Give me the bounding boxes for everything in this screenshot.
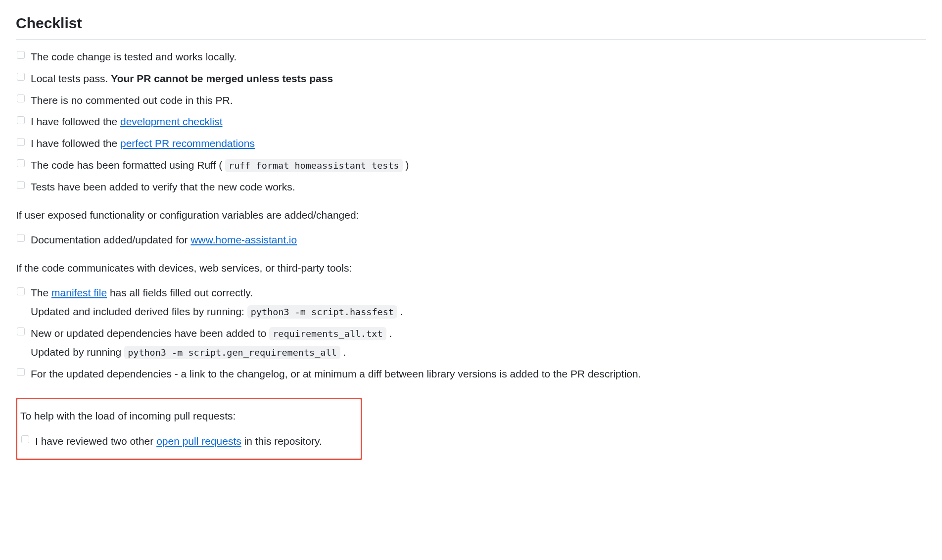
checklist-item: The code has been formatted using Ruff (… (31, 156, 926, 175)
checkbox-icon[interactable] (17, 138, 25, 146)
checkbox-icon[interactable] (17, 368, 25, 376)
checklist-item: New or updated dependencies have been ad… (31, 324, 926, 362)
checkbox-icon[interactable] (17, 116, 25, 124)
checkbox-icon[interactable] (17, 159, 25, 167)
item-text: There is no commented out code in this P… (31, 94, 233, 106)
checklist-item: I have followed the perfect PR recommend… (31, 134, 926, 153)
item-text: For the updated dependencies - a link to… (31, 368, 641, 379)
item-text: I have followed the (31, 116, 120, 127)
checkbox-icon[interactable] (21, 435, 29, 443)
section-pr-load: To help with the load of incoming pull r… (20, 408, 358, 424)
checklist-item: For the updated dependencies - a link to… (31, 365, 926, 383)
item-text: Local tests pass. (31, 73, 111, 84)
item-text: . (397, 306, 403, 317)
home-assistant-io-link[interactable]: www.home-assistant.io (190, 234, 297, 245)
open-pull-requests-link[interactable]: open pull requests (156, 435, 241, 447)
ruff-format-code: ruff format homeassistant tests (225, 159, 403, 172)
item-text: Documentation added/updated for (31, 234, 190, 245)
development-checklist-link[interactable]: development checklist (120, 116, 223, 127)
item-text: in this repository. (241, 435, 322, 447)
gen-requirements-code: python3 -m script.gen_requirements_all (124, 346, 340, 359)
checklist-item: The manifest file has all fields filled … (31, 283, 926, 321)
item-text: I have followed the (31, 138, 120, 149)
checkbox-icon[interactable] (17, 327, 25, 335)
item-text: ) (403, 159, 409, 171)
item-text: . (340, 346, 346, 358)
section-user-exposed: If user exposed functionality or configu… (16, 207, 926, 223)
checkbox-icon[interactable] (17, 234, 25, 242)
checklist-group-1: The code change is tested and works loca… (16, 47, 926, 196)
item-text: The code change is tested and works loca… (31, 51, 236, 62)
checklist-heading: Checklist (16, 12, 926, 40)
item-text: has all fields filled out correctly. (107, 287, 253, 298)
checklist-item: Local tests pass. Your PR cannot be merg… (31, 69, 926, 88)
checklist-item: There is no commented out code in this P… (31, 91, 926, 110)
highlight-box: To help with the load of incoming pull r… (16, 398, 362, 460)
checkbox-icon[interactable] (17, 94, 25, 102)
item-text: Updated by running (31, 346, 124, 358)
manifest-file-link[interactable]: manifest file (51, 287, 107, 298)
checklist-item: Tests have been added to verify that the… (31, 178, 926, 196)
item-text: The (31, 287, 51, 298)
checkbox-icon[interactable] (17, 51, 25, 59)
item-text: Updated and included derived files by ru… (31, 306, 247, 317)
checkbox-icon[interactable] (17, 181, 25, 189)
checklist-group-2: Documentation added/updated for www.home… (16, 231, 926, 249)
item-text: Tests have been added to verify that the… (31, 181, 295, 192)
checklist-item: I have reviewed two other open pull requ… (35, 432, 358, 451)
checkbox-icon[interactable] (17, 287, 25, 295)
perfect-pr-link[interactable]: perfect PR recommendations (120, 138, 255, 149)
checklist-item: The code change is tested and works loca… (31, 47, 926, 66)
item-text: I have reviewed two other (35, 435, 156, 447)
checklist-item: Documentation added/updated for www.home… (31, 231, 926, 249)
item-text: . (386, 327, 392, 339)
item-strong: Your PR cannot be merged unless tests pa… (111, 73, 333, 84)
section-third-party: If the code communicates with devices, w… (16, 260, 926, 276)
hassfest-code: python3 -m script.hassfest (247, 305, 397, 319)
checklist-group-4: I have reviewed two other open pull requ… (20, 432, 358, 451)
checklist-group-3: The manifest file has all fields filled … (16, 283, 926, 383)
checklist-item: I have followed the development checklis… (31, 112, 926, 131)
item-text: New or updated dependencies have been ad… (31, 327, 269, 339)
requirements-all-code: requirements_all.txt (269, 327, 386, 340)
item-text: The code has been formatted using Ruff ( (31, 159, 225, 171)
checkbox-icon[interactable] (17, 73, 25, 81)
